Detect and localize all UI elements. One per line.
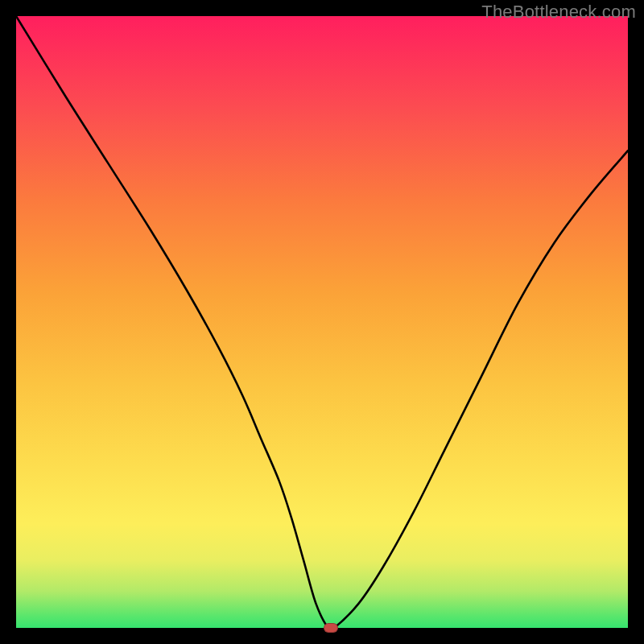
watermark-text: TheBottleneck.com [481,2,636,23]
bottleneck-curve [16,16,628,628]
optimum-marker [324,623,338,633]
chart-frame: TheBottleneck.com [0,0,644,644]
plot-area [16,16,628,628]
